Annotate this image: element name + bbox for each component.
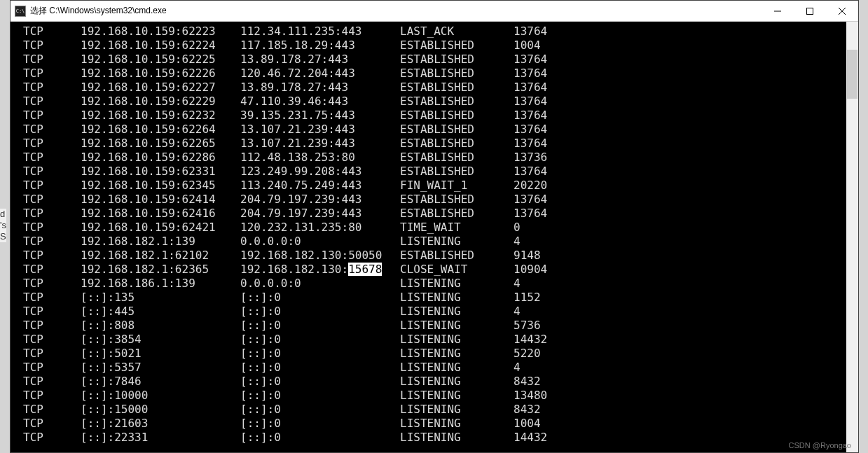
netstat-row: TCP[::]:808[::]:0LISTENING5736: [23, 319, 846, 333]
netstat-row: TCP[::]:445[::]:0LISTENING4: [23, 305, 846, 319]
netstat-row: TCP192.168.10.159:62414204.79.197.239:44…: [23, 193, 846, 207]
close-button[interactable]: [826, 1, 858, 22]
netstat-row: TCP192.168.186.1:1390.0.0.0:0LISTENING4: [23, 277, 846, 291]
minimize-button[interactable]: [762, 1, 794, 22]
background-edge-text: d 's S: [0, 209, 6, 242]
netstat-row: TCP192.168.10.159:62224117.185.18.29:443…: [23, 39, 846, 53]
netstat-row: TCP192.168.182.1:62102192.168.182.130:50…: [23, 249, 846, 263]
netstat-row: TCP192.168.182.1:62365192.168.182.130:15…: [23, 263, 846, 277]
netstat-row: TCP192.168.182.1:1390.0.0.0:0LISTENING4: [23, 235, 846, 249]
netstat-row: TCP192.168.10.159:6226513.107.21.239:443…: [23, 137, 846, 151]
scrollbar[interactable]: [846, 22, 858, 452]
terminal-area: TCP192.168.10.159:62223112.34.111.235:44…: [11, 22, 858, 452]
netstat-row: TCP[::]:21603[::]:0LISTENING1004: [23, 417, 846, 431]
netstat-row: TCP192.168.10.159:62421120.232.131.235:8…: [23, 221, 846, 235]
netstat-row: TCP192.168.10.159:62286112.48.138.253:80…: [23, 151, 846, 165]
netstat-row: TCP[::]:135[::]:0LISTENING1152: [23, 291, 846, 305]
maximize-button[interactable]: [794, 1, 826, 22]
netstat-row: TCP[::]:3854[::]:0LISTENING14432: [23, 333, 846, 347]
netstat-row: TCP[::]:5357[::]:0LISTENING4: [23, 361, 846, 375]
cmd-window: 选择 C:\Windows\system32\cmd.exe TCP192.16…: [10, 0, 859, 453]
netstat-row: TCP192.168.10.159:62223112.34.111.235:44…: [23, 25, 846, 39]
cmd-icon: [15, 6, 26, 17]
netstat-row: TCP192.168.10.159:62226120.46.72.204:443…: [23, 67, 846, 81]
netstat-row: TCP[::]:5021[::]:0LISTENING5220: [23, 347, 846, 361]
watermark: CSDN @Ryongao: [789, 441, 851, 449]
netstat-row: TCP192.168.10.159:6223239.135.231.75:443…: [23, 109, 846, 123]
terminal-output[interactable]: TCP192.168.10.159:62223112.34.111.235:44…: [11, 22, 846, 452]
selection-highlight: 15678: [348, 263, 382, 276]
netstat-row: TCP192.168.10.159:62416204.79.197.239:44…: [23, 207, 846, 221]
netstat-row: TCP192.168.10.159:6222513.89.178.27:443E…: [23, 53, 846, 67]
netstat-row: TCP192.168.10.159:6222947.110.39.46:443E…: [23, 95, 846, 109]
netstat-row: TCP[::]:22331[::]:0LISTENING14432: [23, 431, 846, 445]
scroll-thumb[interactable]: [847, 50, 857, 99]
titlebar[interactable]: 选择 C:\Windows\system32\cmd.exe: [11, 1, 858, 22]
netstat-row: TCP192.168.10.159:6226413.107.21.239:443…: [23, 123, 846, 137]
netstat-row: TCP192.168.10.159:62345113.240.75.249:44…: [23, 179, 846, 193]
netstat-row: TCP192.168.10.159:62331123.249.99.208:44…: [23, 165, 846, 179]
svg-rect-1: [807, 8, 813, 14]
netstat-row: TCP192.168.10.159:6222713.89.178.27:443E…: [23, 81, 846, 95]
netstat-row: TCP[::]:10000[::]:0LISTENING13480: [23, 389, 846, 403]
window-title: 选择 C:\Windows\system32\cmd.exe: [30, 5, 167, 17]
netstat-row: TCP[::]:15000[::]:0LISTENING8432: [23, 403, 846, 417]
netstat-row: TCP[::]:7846[::]:0LISTENING8432: [23, 375, 846, 389]
